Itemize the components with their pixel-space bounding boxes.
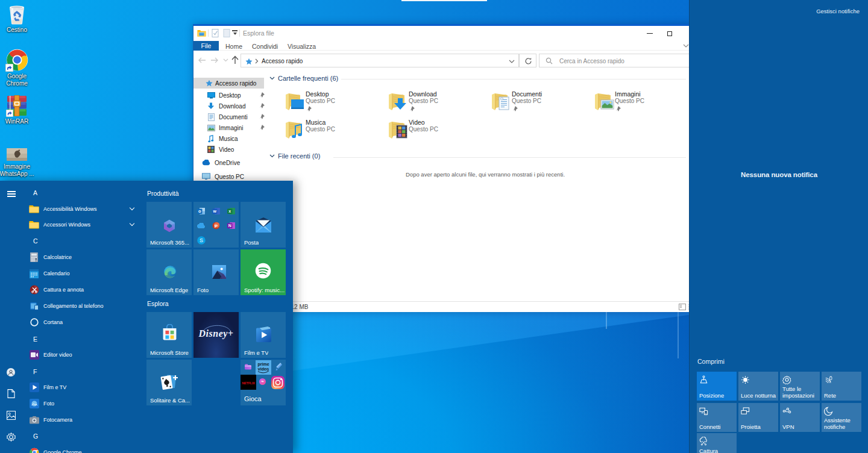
svg-text:w: w bbox=[212, 209, 216, 213]
svg-text:video: video bbox=[258, 367, 269, 371]
svg-text:P: P bbox=[215, 223, 218, 229]
svg-text:N: N bbox=[228, 223, 231, 228]
svg-text:o: o bbox=[198, 208, 201, 214]
svg-text:NETFLIX: NETFLIX bbox=[242, 381, 255, 385]
svg-text:S: S bbox=[200, 237, 203, 243]
svg-text:x: x bbox=[228, 209, 231, 213]
